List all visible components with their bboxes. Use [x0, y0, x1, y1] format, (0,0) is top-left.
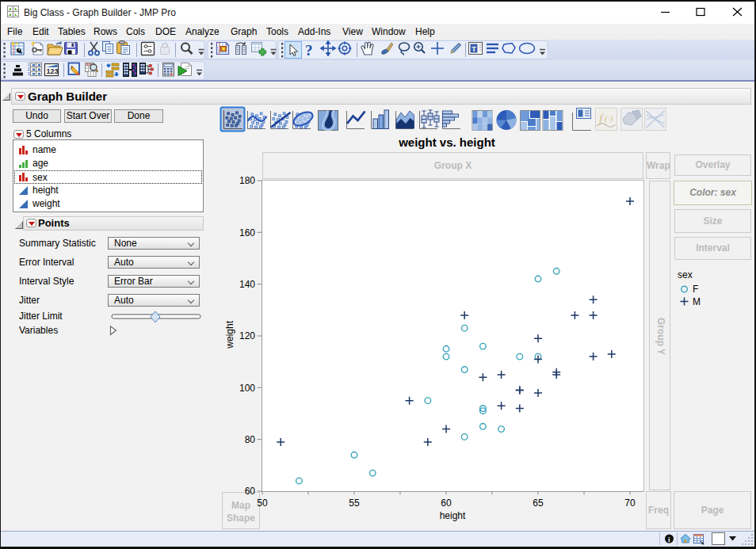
svg-text:(·): (·) — [605, 113, 613, 124]
